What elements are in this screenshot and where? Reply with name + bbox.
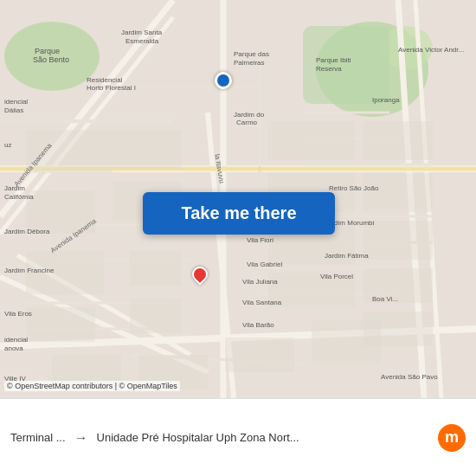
- svg-text:Avenida São Pavo: Avenida São Pavo: [381, 373, 438, 381]
- svg-rect-52: [312, 320, 381, 363]
- svg-text:Vila Juliana: Vila Juliana: [242, 278, 278, 286]
- svg-text:Dálias: Dálias: [4, 106, 23, 114]
- svg-text:Vila Eros: Vila Eros: [4, 310, 32, 318]
- svg-text:Avenida Victor Andr...: Avenida Victor Andr...: [398, 46, 464, 54]
- svg-text:Jardim Fátima: Jardim Fátima: [325, 252, 369, 260]
- moovit-letter: m: [445, 428, 459, 447]
- map-container: Parque São Bento Residencial Horto Flore…: [0, 0, 476, 398]
- moovit-icon: m: [438, 424, 466, 452]
- pin-head: [189, 263, 210, 285]
- svg-text:Vila Santana: Vila Santana: [242, 299, 282, 306]
- svg-text:uz: uz: [4, 141, 11, 149]
- route-to: Unidade Pré Hospitalar Uph Zona Nort...: [97, 431, 429, 444]
- svg-text:Vila Gabriel: Vila Gabriel: [247, 261, 282, 268]
- svg-text:Jardim do: Jardim do: [234, 111, 265, 119]
- arrow-icon: →: [74, 430, 88, 446]
- svg-text:Esmeralda: Esmeralda: [125, 37, 159, 45]
- svg-text:Parque das: Parque das: [234, 50, 269, 58]
- map-attribution: © OpenStreetMap contributors | © OpenMap…: [4, 381, 180, 391]
- svg-rect-36: [113, 130, 182, 169]
- svg-text:São Bento: São Bento: [33, 55, 69, 64]
- svg-text:Parque: Parque: [35, 47, 60, 55]
- svg-rect-42: [363, 121, 433, 160]
- take-me-there-label: Take me there: [181, 203, 296, 223]
- svg-text:Vila Barão: Vila Barão: [242, 321, 274, 329]
- moovit-logo: m: [438, 424, 466, 452]
- svg-text:anova: anova: [4, 344, 23, 352]
- svg-text:Califórnia: Califórnia: [4, 193, 34, 201]
- take-me-there-button[interactable]: Take me there: [143, 192, 335, 235]
- svg-text:Parque Ibiti: Parque Ibiti: [316, 56, 351, 64]
- svg-rect-43: [363, 173, 433, 212]
- svg-text:idencial: idencial: [4, 336, 28, 344]
- svg-rect-38: [268, 121, 355, 160]
- svg-rect-47: [130, 251, 182, 286]
- bottom-bar: Terminal ... → Unidade Pré Hospitalar Up…: [0, 398, 476, 476]
- svg-text:Horto Florestal I: Horto Florestal I: [87, 84, 136, 92]
- destination-pin: [192, 267, 208, 282]
- svg-text:Retiro São João: Retiro São João: [329, 184, 379, 192]
- svg-text:Jardim Santa: Jardim Santa: [121, 29, 163, 36]
- origin-pin: [215, 72, 232, 89]
- svg-text:Residencial: Residencial: [87, 76, 123, 84]
- svg-rect-35: [26, 307, 95, 342]
- svg-text:Reserva: Reserva: [316, 65, 342, 73]
- svg-text:Jardim Francine: Jardim Francine: [4, 267, 55, 274]
- svg-text:Boa Vi...: Boa Vi...: [372, 295, 398, 303]
- svg-text:idencial: idencial: [4, 98, 28, 106]
- svg-text:Vila Fiori: Vila Fiori: [247, 236, 273, 244]
- svg-rect-51: [225, 338, 294, 372]
- svg-text:Iporanga: Iporanga: [372, 96, 400, 104]
- svg-text:Carmo: Carmo: [236, 119, 258, 126]
- svg-text:Vila Porcel: Vila Porcel: [320, 273, 353, 280]
- route-from: Terminal ...: [10, 431, 66, 444]
- svg-rect-48: [130, 299, 182, 333]
- svg-text:Palmeiras: Palmeiras: [234, 59, 265, 67]
- app: Parque São Bento Residencial Horto Flore…: [0, 0, 476, 476]
- svg-text:Jardim Débora: Jardim Débora: [4, 228, 50, 235]
